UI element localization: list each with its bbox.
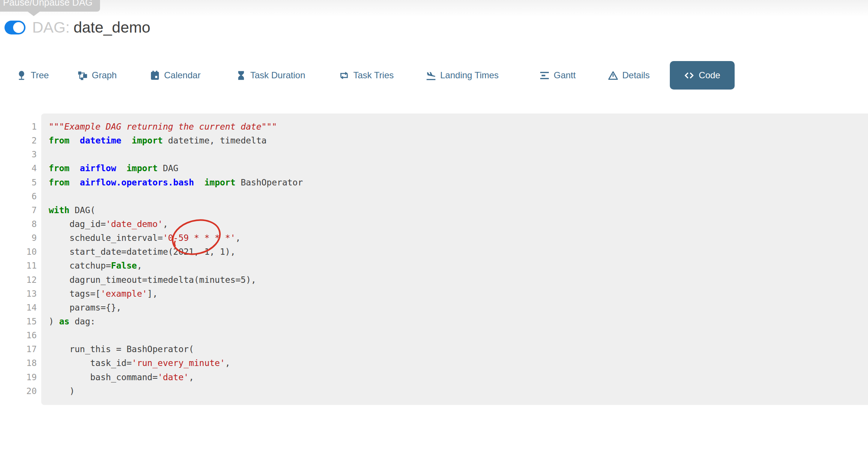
tab-label: Task Duration [250,70,305,81]
top-fade-band [0,0,868,17]
tab-gantt[interactable]: Gantt [539,70,576,81]
line-number: 10 [0,245,37,259]
line-number: 11 [0,259,37,273]
code-line: ) as dag: [49,315,868,329]
tab-code[interactable]: Code [670,61,735,90]
line-number: 2 [0,134,37,148]
tab-task-tries[interactable]: Task Tries [339,70,394,81]
tab-label: Graph [92,70,117,81]
line-number: 1 [0,120,37,134]
line-number: 5 [0,176,37,190]
tree-icon [16,70,27,81]
tab-label: Task Tries [353,70,394,81]
tab-label: Details [622,70,650,81]
line-numbers: 1234567891011121314151617181920 [0,120,37,398]
code-line: dag_id='date_demo', [49,217,868,231]
tab-details[interactable]: Details [608,70,650,81]
code-line: params={}, [49,301,868,315]
line-number: 20 [0,384,37,398]
tab-label: Calendar [164,70,200,81]
code-line: """Example DAG returning the current dat… [49,120,868,134]
line-number: 19 [0,370,37,384]
pause-toggle[interactable] [4,21,25,34]
line-number: 4 [0,161,37,175]
code-line: run_this = BashOperator( [49,342,868,356]
code-line: start_date=datetime(2021, 1, 1), [49,245,868,259]
tab-bar: TreeGraphCalendarTask DurationTask Tries… [0,61,868,90]
warning-triangle-icon [608,70,618,81]
code-brackets-icon [684,70,694,81]
line-number: 15 [0,315,37,329]
hourglass-icon [236,70,246,81]
line-number: 16 [0,329,37,342]
code-line: tags=['example'], [49,287,868,301]
repeat-icon [339,70,349,81]
code-line: from datetime import datetime, timedelta [49,134,868,148]
code-line: from airflow import DAG [49,161,868,175]
code-line: from airflow.operators.bash import BashO… [49,176,868,190]
tooltip-arrow [26,10,41,16]
line-number: 13 [0,287,37,301]
code-line: dagrun_timeout=timedelta(minutes=5), [49,273,868,287]
pause-toggle-knob [13,22,24,33]
tab-calendar[interactable]: Calendar [150,70,200,81]
dag-title-prefix: DAG: [32,19,70,36]
code-line [49,148,868,161]
line-number: 14 [0,301,37,315]
tab-tree[interactable]: Tree [16,70,49,81]
tab-label: Gantt [554,70,576,81]
graph-icon [78,70,88,81]
code-line: with DAG( [49,203,868,217]
page-title: DAG:date_demo [32,19,150,36]
code-line [49,190,868,203]
line-number: 12 [0,273,37,287]
line-number: 8 [0,217,37,231]
code-line: bash_command='date', [49,370,868,384]
gantt-bars-icon [539,70,550,81]
tab-label: Code [699,70,720,81]
tooltip: Pause/Unpause DAG [0,0,100,12]
line-number: 17 [0,342,37,356]
tab-task-duration[interactable]: Task Duration [236,70,305,81]
code-line: catchup=False, [49,259,868,273]
tab-label: Tree [31,70,49,81]
code-line: schedule_interval='0-59 * * * *', [49,231,868,245]
line-number: 9 [0,231,37,245]
tab-graph[interactable]: Graph [78,70,117,81]
line-number: 3 [0,148,37,161]
dag-header: DAG:date_demo [4,19,150,36]
line-number: 6 [0,190,37,203]
line-number: 7 [0,203,37,217]
code-line: task_id='run_every_minute', [49,356,868,370]
dag-name: date_demo [73,19,150,36]
tab-landing-times[interactable]: Landing Times [426,70,499,81]
page: Pause/Unpause DAG DAG:date_demo TreeGrap… [0,0,868,460]
code-line [49,329,868,342]
plane-landing-icon [426,70,436,81]
tab-label: Landing Times [440,70,499,81]
code-block[interactable]: """Example DAG returning the current dat… [41,114,868,405]
code-line: ) [49,384,868,398]
line-number: 18 [0,356,37,370]
calendar-icon [150,70,160,81]
